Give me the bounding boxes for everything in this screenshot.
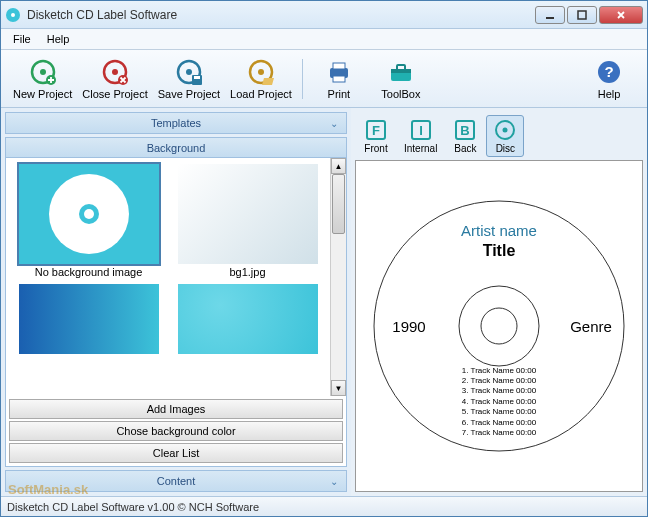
content-label: Content <box>157 475 196 487</box>
disc-genre: Genre <box>570 318 612 335</box>
disc-track: 5. Track Name 00:00 <box>462 407 536 417</box>
toolbox-icon <box>387 58 415 86</box>
toolbar-label: Close Project <box>82 88 147 100</box>
view-label: Front <box>364 143 387 154</box>
internal-icon: I <box>409 118 433 142</box>
disc-preview[interactable]: Artist name Title 1990 Genre 1. Track Na… <box>355 160 643 492</box>
bg-thumb-none[interactable] <box>19 164 159 264</box>
content-header[interactable]: Content ⌄ <box>5 470 347 492</box>
background-label: Background <box>147 142 206 154</box>
clear-list-button[interactable]: Clear List <box>9 443 343 463</box>
svg-point-34 <box>503 128 508 133</box>
disc-track: 7. Track Name 00:00 <box>462 428 536 438</box>
disc-track: 1. Track Name 00:00 <box>462 366 536 376</box>
disc-track-list: 1. Track Name 00:00 2. Track Name 00:00 … <box>462 366 536 439</box>
svg-rect-21 <box>397 65 405 70</box>
close-button[interactable] <box>599 6 643 24</box>
menubar: File Help <box>1 29 647 50</box>
scroll-track[interactable] <box>331 174 346 380</box>
bg-thumb-2[interactable] <box>19 284 159 354</box>
disc-track: 4. Track Name 00:00 <box>462 397 536 407</box>
new-project-button[interactable]: New Project <box>9 56 76 102</box>
main-toolbar: New Project Close Project Save Project L… <box>1 50 647 108</box>
svg-point-26 <box>84 209 94 219</box>
window-title: Disketch CD Label Software <box>27 8 535 22</box>
svg-rect-2 <box>546 17 554 19</box>
print-button[interactable]: Print <box>309 56 369 102</box>
toolbar-label: Help <box>598 88 621 100</box>
svg-point-11 <box>186 69 192 75</box>
svg-rect-13 <box>194 76 200 79</box>
svg-rect-3 <box>578 11 586 19</box>
disc-track: 2. Track Name 00:00 <box>462 376 536 386</box>
scroll-down-button[interactable]: ▼ <box>331 380 346 396</box>
disc-icon <box>493 118 517 142</box>
add-images-button[interactable]: Add Images <box>9 399 343 419</box>
toolbar-separator <box>302 59 303 99</box>
templates-header[interactable]: Templates ⌄ <box>5 112 347 134</box>
chevron-down-icon: ⌄ <box>330 118 338 129</box>
thumb-label: bg1.jpg <box>229 266 265 278</box>
bg-thumb-1[interactable] <box>178 164 318 264</box>
disc-track: 3. Track Name 00:00 <box>462 386 536 396</box>
status-text: Disketch CD Label Software v1.00 © NCH S… <box>7 501 259 513</box>
print-icon <box>325 58 353 86</box>
scroll-thumb[interactable] <box>332 174 345 234</box>
thumb-scrollbar[interactable]: ▲ ▼ <box>330 158 346 396</box>
close-project-button[interactable]: Close Project <box>78 56 151 102</box>
svg-point-8 <box>112 69 118 75</box>
back-icon: B <box>453 118 477 142</box>
toolbar-label: Load Project <box>230 88 292 100</box>
disc-year: 1990 <box>392 318 425 335</box>
svg-point-37 <box>481 308 517 344</box>
svg-rect-17 <box>333 63 345 69</box>
chevron-down-icon: ⌄ <box>330 476 338 487</box>
maximize-button[interactable] <box>567 6 597 24</box>
svg-point-15 <box>258 69 264 75</box>
load-project-icon <box>247 58 275 86</box>
svg-text:B: B <box>461 123 470 138</box>
svg-point-1 <box>11 13 15 17</box>
titlebar: Disketch CD Label Software <box>1 1 647 29</box>
toolbar-label: ToolBox <box>381 88 420 100</box>
close-project-icon <box>101 58 129 86</box>
svg-text:?: ? <box>604 63 613 80</box>
thumbnail-area: No background image bg1.jpg <box>6 158 346 396</box>
view-disc-button[interactable]: Disc <box>486 115 524 157</box>
save-project-button[interactable]: Save Project <box>154 56 224 102</box>
view-toolbar: F Front I Internal B Back Disc <box>355 112 643 160</box>
menu-help[interactable]: Help <box>39 31 78 47</box>
svg-point-5 <box>40 69 46 75</box>
right-panel: F Front I Internal B Back Disc <box>351 108 647 496</box>
choose-bg-color-button[interactable]: Chose background color <box>9 421 343 441</box>
thumbnail-grid: No background image bg1.jpg <box>6 158 330 396</box>
front-icon: F <box>364 118 388 142</box>
load-project-button[interactable]: Load Project <box>226 56 296 102</box>
background-header[interactable]: Background <box>6 138 346 158</box>
toolbar-label: New Project <box>13 88 72 100</box>
toolbox-button[interactable]: ToolBox <box>371 56 431 102</box>
menu-file[interactable]: File <box>5 31 39 47</box>
background-section: Background No background image bg1.jpg <box>5 137 347 467</box>
view-back-button[interactable]: B Back <box>446 115 484 157</box>
help-button[interactable]: ? Help <box>579 56 639 102</box>
save-project-icon <box>175 58 203 86</box>
scroll-up-button[interactable]: ▲ <box>331 158 346 174</box>
view-front-button[interactable]: F Front <box>357 115 395 157</box>
svg-text:F: F <box>372 123 380 138</box>
app-icon <box>5 7 21 23</box>
main-area: Templates ⌄ Background No background ima… <box>1 108 647 496</box>
toolbar-label: Save Project <box>158 88 220 100</box>
left-panel: Templates ⌄ Background No background ima… <box>1 108 351 496</box>
svg-text:I: I <box>419 123 423 138</box>
window-controls <box>535 6 643 24</box>
statusbar: Disketch CD Label Software v1.00 © NCH S… <box>1 496 647 516</box>
help-icon: ? <box>595 58 623 86</box>
templates-label: Templates <box>151 117 201 129</box>
bg-thumb-3[interactable] <box>178 284 318 354</box>
minimize-button[interactable] <box>535 6 565 24</box>
disc-track: 6. Track Name 00:00 <box>462 418 536 428</box>
view-label: Internal <box>404 143 437 154</box>
view-internal-button[interactable]: I Internal <box>397 115 444 157</box>
disc-artist: Artist name <box>461 222 537 239</box>
